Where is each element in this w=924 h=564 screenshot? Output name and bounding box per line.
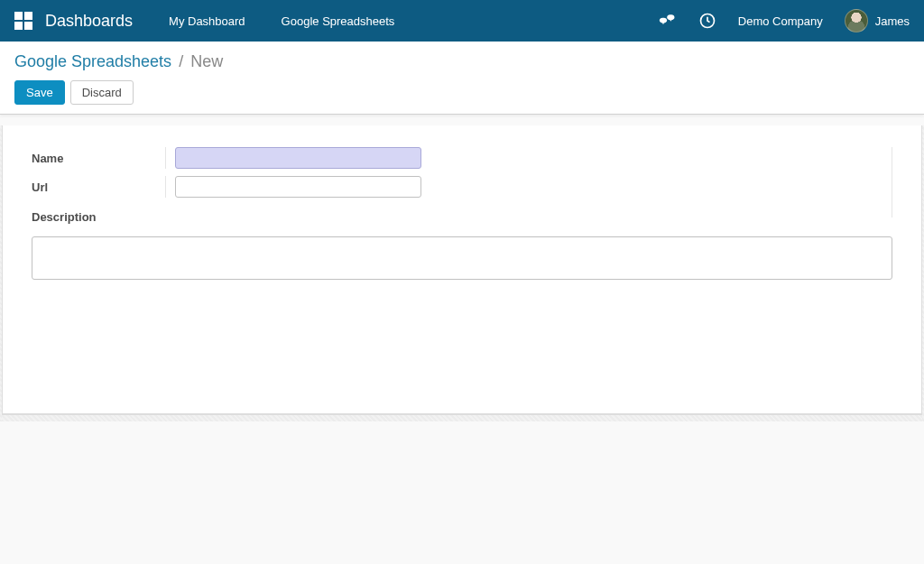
brand-title[interactable]: Dashboards [45,12,133,31]
user-menu[interactable]: James [845,9,910,32]
sheet-bottom-stripe [2,414,922,421]
username: James [875,14,910,28]
label-description: Description [32,210,892,224]
chat-icon[interactable] [659,12,677,30]
apps-icon[interactable] [14,12,32,30]
label-url: Url [32,180,165,194]
company-name[interactable]: Demo Company [738,14,823,28]
nav-right: Demo Company James [659,9,910,32]
breadcrumb-current: New [190,52,223,71]
discard-button[interactable]: Discard [70,80,134,105]
form-sheet: Name Url Description [2,125,922,414]
label-name: Name [32,152,165,165]
row-url: Url [32,176,892,198]
breadcrumb: Google Spreadsheets / New [14,52,910,71]
row-name: Name [32,147,892,169]
top-navbar: Dashboards My Dashboard Google Spreadshe… [0,0,924,42]
breadcrumb-parent[interactable]: Google Spreadsheets [14,52,171,71]
action-buttons: Save Discard [14,80,910,105]
name-input[interactable] [175,147,421,169]
sheet-background: Name Url Description [0,125,924,421]
description-textarea[interactable] [32,236,892,280]
control-panel: Google Spreadsheets / New Save Discard [0,42,924,115]
breadcrumb-separator: / [179,52,183,71]
url-input[interactable] [175,176,421,198]
nav-links: My Dashboard Google Spreadsheets [169,14,394,28]
clock-icon[interactable] [698,12,716,30]
form-top-block: Name Url [32,147,892,198]
avatar [845,9,868,32]
panel-divider [892,147,892,217]
nav-my-dashboard[interactable]: My Dashboard [169,14,245,28]
save-button[interactable]: Save [14,80,65,105]
nav-google-spreadsheets[interactable]: Google Spreadsheets [282,14,395,28]
